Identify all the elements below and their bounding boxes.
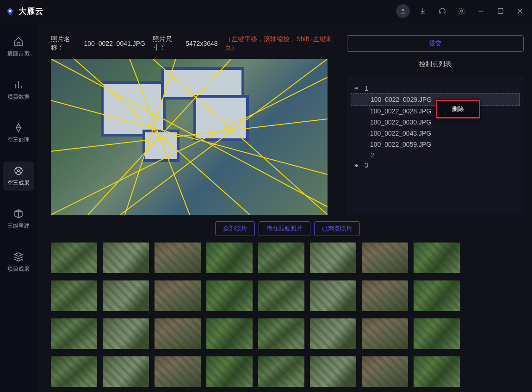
- control-point-title: 控制点列表: [347, 60, 524, 68]
- interaction-hint: （左键平移，滚轴缩放，Shift+左键刺点）: [225, 35, 338, 52]
- expand-icon[interactable]: [361, 151, 367, 159]
- expand-icon[interactable]: ⊞: [354, 162, 361, 169]
- context-menu-label: 删除: [452, 105, 464, 113]
- photo-info: 照片名称： 100_0022_0041.JPG 照片尺寸： 5472x3648 …: [51, 35, 338, 52]
- thumbnail[interactable]: [51, 280, 97, 311]
- thumbnail[interactable]: [414, 243, 460, 273]
- sidebar: 返回首页 项目数据 空三处理 空三成果 三维重建 项目成果: [0, 22, 37, 392]
- sidebar-item-at-result[interactable]: 空三成果: [3, 162, 34, 191]
- thumbnail[interactable]: [414, 280, 460, 311]
- thumbnail[interactable]: [362, 356, 408, 387]
- svg-point-0: [9, 10, 12, 12]
- headset-icon[interactable]: [436, 5, 449, 18]
- thumbnail[interactable]: [51, 356, 97, 387]
- photo-preview[interactable]: [51, 59, 328, 215]
- thumbnail[interactable]: [258, 356, 304, 387]
- thumbnail[interactable]: [310, 280, 356, 311]
- photo-dim-label: 照片尺寸：: [153, 35, 183, 52]
- svg-line-13: [88, 59, 231, 215]
- tree-file[interactable]: 100_0022_0029.JPG: [351, 93, 520, 106]
- tab-all-photos[interactable]: 全部照片: [215, 221, 255, 236]
- sidebar-item-label: 返回首页: [7, 50, 30, 58]
- tree-file[interactable]: 100_0022_0059.JPG: [351, 139, 520, 150]
- thumbnail[interactable]: [362, 243, 408, 273]
- brand-logo-icon: [6, 6, 15, 16]
- user-icon[interactable]: [396, 4, 410, 18]
- close-icon[interactable]: [513, 5, 526, 18]
- thumbnail[interactable]: [310, 318, 356, 349]
- sidebar-item-label: 空三成果: [7, 179, 30, 187]
- sidebar-item-label: 空三处理: [7, 136, 30, 144]
- tree-group-1[interactable]: ⊟ 1: [351, 83, 520, 93]
- maximize-icon[interactable]: [494, 5, 507, 18]
- thumbnail[interactable]: [414, 356, 460, 387]
- thumbnail[interactable]: [206, 318, 253, 349]
- tree-file[interactable]: 100_0022_0028.JPG: [351, 106, 520, 117]
- svg-point-4: [15, 167, 22, 174]
- thumbnail[interactable]: [155, 356, 201, 387]
- thumbnail[interactable]: [362, 280, 408, 311]
- titlebar: 大雁云: [0, 0, 532, 22]
- photo-name-label: 照片名称：: [51, 35, 81, 52]
- sidebar-item-3d-reconstruction[interactable]: 三维重建: [3, 205, 34, 234]
- control-point-panel: ⊟ 1 100_0022_0029.JPG 100_0022_0028.JPG …: [347, 77, 524, 215]
- sidebar-item-label: 三维重建: [7, 222, 30, 230]
- sidebar-item-home[interactable]: 返回首页: [3, 32, 34, 62]
- tree-group-3[interactable]: ⊞ 3: [351, 160, 520, 170]
- thumbnail[interactable]: [414, 318, 460, 349]
- brand: 大雁云: [6, 6, 43, 17]
- thumbnail[interactable]: [258, 280, 304, 311]
- svg-line-12: [125, 59, 176, 215]
- collapse-icon[interactable]: ⊟: [354, 85, 361, 92]
- photo-dim-value: 5472x3648: [186, 40, 217, 47]
- tree-group-2[interactable]: 2: [351, 150, 520, 160]
- sidebar-item-project-result[interactable]: 项目成果: [3, 248, 34, 277]
- thumbnail[interactable]: [310, 243, 356, 273]
- thumbnail[interactable]: [155, 280, 201, 311]
- svg-rect-3: [498, 9, 503, 14]
- photo-tabs: 全部照片 潜在匹配照片 已刺点照片: [51, 221, 524, 236]
- thumbnail[interactable]: [310, 356, 356, 387]
- tree-group-label: 1: [365, 85, 368, 92]
- minimize-icon[interactable]: [475, 5, 488, 18]
- titlebar-actions: [396, 4, 526, 18]
- tree-file[interactable]: 100_0022_0043.JPG: [351, 128, 520, 139]
- sidebar-item-label: 项目成果: [7, 265, 30, 273]
- thumbnail[interactable]: [258, 243, 304, 273]
- main: 照片名称： 100_0022_0041.JPG 照片尺寸： 5472x3648 …: [37, 22, 532, 392]
- sidebar-item-project-data[interactable]: 项目数据: [3, 75, 34, 105]
- svg-point-5: [18, 170, 19, 172]
- thumbnail[interactable]: [206, 243, 253, 273]
- sidebar-item-label: 项目数据: [7, 93, 30, 101]
- tree-group-label: 2: [371, 151, 375, 159]
- thumbnail[interactable]: [103, 356, 149, 387]
- download-icon[interactable]: [416, 5, 429, 18]
- photo-name-value: 100_0022_0041.JPG: [84, 40, 145, 47]
- thumbnail[interactable]: [362, 318, 408, 349]
- tab-pricked[interactable]: 已刺点照片: [314, 221, 360, 236]
- thumbnail[interactable]: [258, 318, 304, 349]
- thumbnail[interactable]: [155, 243, 201, 273]
- thumbnail[interactable]: [206, 280, 253, 311]
- tree-file[interactable]: 100_0022_0030.JPG: [351, 117, 520, 128]
- thumbnail[interactable]: [51, 243, 97, 273]
- submit-button[interactable]: 提交: [347, 35, 524, 52]
- brand-text: 大雁云: [19, 6, 43, 17]
- tree-group-label: 3: [365, 162, 368, 169]
- thumbnail[interactable]: [51, 318, 97, 349]
- tab-potential-match[interactable]: 潜在匹配照片: [259, 221, 310, 236]
- thumbnail-scroll[interactable]: [51, 243, 524, 387]
- svg-line-6: [51, 59, 328, 207]
- gear-icon[interactable]: [455, 5, 468, 18]
- thumbnail[interactable]: [103, 280, 149, 311]
- thumbnail[interactable]: [155, 318, 201, 349]
- svg-point-2: [461, 10, 463, 12]
- sidebar-item-aerotriangulation[interactable]: 空三处理: [3, 118, 34, 148]
- thumbnail[interactable]: [103, 243, 149, 273]
- thumbnail[interactable]: [103, 318, 149, 349]
- thumbnail-grid: [51, 243, 515, 387]
- context-menu-delete[interactable]: 删除: [436, 100, 480, 118]
- svg-point-1: [402, 9, 404, 11]
- rays-icon: [51, 59, 328, 215]
- thumbnail[interactable]: [206, 356, 253, 387]
